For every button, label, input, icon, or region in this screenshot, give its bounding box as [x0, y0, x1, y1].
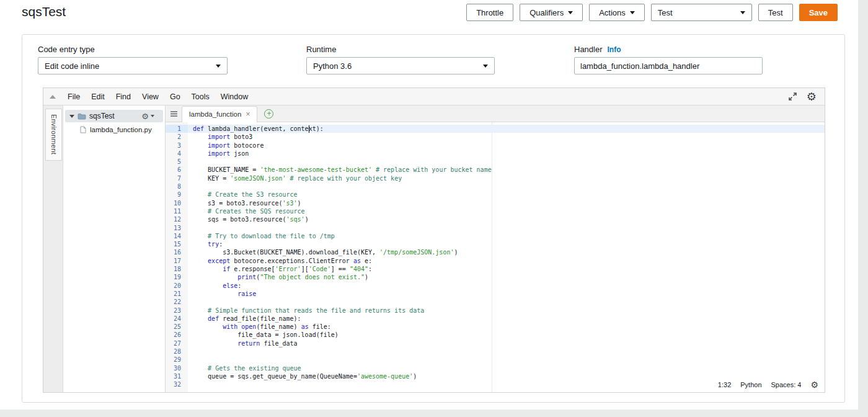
code-line[interactable]: KEY = 'someJSON.json' # replace with you… [188, 174, 825, 182]
code-line[interactable]: print("The object does not exist.") [188, 273, 825, 281]
code-line[interactable] [188, 182, 825, 191]
line-number[interactable]: 15 [166, 240, 188, 248]
line-number[interactable]: 1 [166, 125, 188, 133]
line-number[interactable]: 19 [166, 273, 188, 281]
runtime-select[interactable]: Python 3.6 [306, 57, 495, 74]
line-number[interactable]: 6 [166, 166, 188, 174]
line-number[interactable]: 4 [166, 150, 188, 158]
test-event-select[interactable]: Test [651, 4, 752, 21]
qualifiers-button[interactable]: Qualifiers [520, 4, 583, 21]
line-number[interactable]: 23 [166, 307, 188, 315]
code-line[interactable]: BUCKET_NAME = 'the-most-awesome-test-buc… [188, 166, 825, 174]
tab-close-icon[interactable]: × [241, 110, 254, 119]
fullscreen-button[interactable] [788, 92, 797, 101]
code-line[interactable]: def read_file(file_name): [188, 315, 825, 323]
line-number[interactable]: 5 [166, 158, 188, 166]
menu-item-window[interactable]: Window [215, 92, 254, 101]
tab-lambda-function[interactable]: lambda_function × [182, 106, 257, 122]
menu-item-go[interactable]: Go [164, 92, 186, 101]
tab-list-button[interactable] [166, 110, 182, 117]
tree-settings-button[interactable]: ⚙ [141, 112, 154, 120]
indentation-status[interactable]: Spaces: 4 [771, 381, 802, 388]
code-line[interactable]: # Simple function that reads the file an… [188, 307, 825, 315]
line-number[interactable]: 11 [166, 207, 188, 215]
code-line[interactable]: sqs = boto3.resource('sqs') [188, 215, 825, 223]
line-number[interactable]: 24 [166, 315, 188, 323]
line-number[interactable]: 26 [166, 331, 188, 339]
line-number[interactable]: 30 [166, 364, 188, 372]
editor-settings-gear-icon[interactable]: ⚙ [807, 91, 817, 102]
code-line[interactable]: if e.response['Error']['Code'] == "404": [188, 265, 825, 273]
tree-file-label: lambda_function.py [90, 126, 152, 133]
code-area[interactable]: def lambda_handler(event, context): impo… [188, 122, 825, 392]
new-tab-button[interactable]: + [264, 109, 273, 119]
code-line[interactable] [188, 356, 825, 364]
line-number[interactable]: 17 [166, 257, 188, 265]
code-line[interactable]: def lambda_handler(event, context): [188, 125, 825, 133]
handler-input[interactable] [574, 57, 763, 74]
menu-item-file[interactable]: File [62, 92, 86, 101]
test-button-label: Test [768, 8, 783, 17]
code-line[interactable]: # Create the S3 resource [188, 191, 825, 199]
line-number[interactable]: 3 [166, 141, 188, 150]
line-number[interactable]: 20 [166, 282, 188, 290]
menu-item-find[interactable]: Find [110, 92, 136, 101]
code-line[interactable]: return file_data [188, 339, 825, 348]
line-number[interactable]: 18 [166, 265, 188, 273]
collapse-menubar-button[interactable] [43, 95, 62, 99]
code-line[interactable]: import botocore [188, 141, 825, 150]
line-number[interactable]: 21 [166, 290, 188, 298]
code-line[interactable]: else: [188, 282, 825, 290]
code-line[interactable]: import boto3 [188, 133, 825, 141]
line-number[interactable]: 32 [166, 380, 188, 388]
line-number[interactable]: 7 [166, 174, 188, 182]
actions-button[interactable]: Actions [589, 4, 645, 21]
code-line[interactable]: raise [188, 290, 825, 298]
code-entry-type-select[interactable]: Edit code inline [38, 57, 228, 74]
chevron-down-icon [216, 65, 221, 68]
line-number[interactable]: 9 [166, 191, 188, 199]
throttle-button[interactable]: Throttle [466, 4, 513, 21]
line-number[interactable]: 29 [166, 356, 188, 364]
statusbar-gear-icon[interactable]: ⚙ [810, 380, 818, 389]
language-mode-status[interactable]: Python [740, 381, 761, 388]
line-number[interactable]: 13 [166, 224, 188, 232]
code-line[interactable]: # Gets the existing queue [188, 364, 825, 372]
code-line[interactable]: except botocore.exceptions.ClientError a… [188, 257, 825, 265]
code-line[interactable] [188, 158, 825, 166]
code-line[interactable] [188, 298, 825, 306]
handler-info-link[interactable]: Info [608, 45, 621, 54]
line-number[interactable]: 10 [166, 199, 188, 207]
menu-item-edit[interactable]: Edit [86, 92, 110, 101]
line-number[interactable]: 16 [166, 248, 188, 256]
line-number[interactable]: 14 [166, 232, 188, 240]
line-number[interactable]: 31 [166, 372, 188, 380]
code-line[interactable]: s3.Bucket(BUCKET_NAME).download_file(KEY… [188, 248, 825, 256]
tree-folder-row[interactable]: sqsTest ⚙ [65, 110, 163, 122]
cursor-position-status[interactable]: 1:32 [718, 381, 731, 388]
line-number[interactable]: 12 [166, 215, 188, 223]
line-number[interactable]: 28 [166, 348, 188, 356]
line-number[interactable]: 25 [166, 323, 188, 331]
code-line[interactable]: try: [188, 240, 825, 248]
line-number[interactable]: 2 [166, 133, 188, 141]
menu-item-view[interactable]: View [136, 92, 164, 101]
test-button[interactable]: Test [758, 4, 793, 21]
code-line[interactable] [188, 348, 825, 356]
line-number[interactable]: 27 [166, 339, 188, 348]
menu-item-tools[interactable]: Tools [186, 92, 215, 101]
tree-folder-label: sqsTest [89, 112, 115, 120]
code-line[interactable]: # Creates the SQS resource [188, 207, 825, 215]
code-line[interactable]: # Try to download the file to /tmp [188, 232, 825, 240]
code-line[interactable]: with open(file_name) as file: [188, 323, 825, 331]
environment-tab[interactable]: Environment [45, 109, 62, 161]
code-lines: def lambda_handler(event, context): impo… [188, 125, 825, 389]
tree-file-row[interactable]: lambda_function.py [63, 123, 165, 135]
line-number[interactable]: 8 [166, 182, 188, 191]
code-line[interactable]: s3 = boto3.resource('s3') [188, 199, 825, 207]
save-button[interactable]: Save [799, 4, 838, 21]
code-line[interactable]: file_data = json.load(file) [188, 331, 825, 339]
code-line[interactable]: import json [188, 150, 825, 158]
line-number[interactable]: 22 [166, 298, 188, 306]
code-line[interactable] [188, 224, 825, 232]
